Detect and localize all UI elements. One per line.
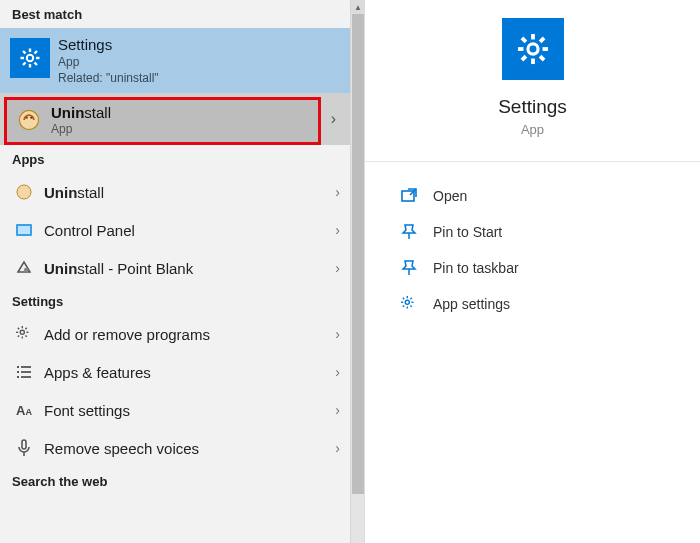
svg-point-12 bbox=[17, 185, 31, 199]
svg-line-22 bbox=[25, 335, 26, 336]
setting-add-remove-programs[interactable]: Add or remove programs › bbox=[0, 315, 350, 353]
svg-line-42 bbox=[403, 305, 404, 306]
apps-header: Apps bbox=[0, 145, 364, 173]
settings-header: Settings bbox=[0, 287, 364, 315]
uninstall-sub: App bbox=[51, 122, 111, 136]
uninstall-icon bbox=[17, 108, 41, 132]
svg-line-34 bbox=[410, 189, 416, 195]
uninstall-highlight-box: Uninstall App bbox=[4, 97, 321, 145]
chevron-right-icon[interactable]: › bbox=[335, 364, 340, 380]
open-icon bbox=[399, 186, 419, 206]
scroll-up-icon[interactable]: ▲ bbox=[351, 0, 365, 14]
scrollbar-thumb[interactable] bbox=[352, 14, 364, 494]
svg-point-9 bbox=[19, 110, 38, 129]
svg-point-11 bbox=[30, 116, 32, 118]
settings-gear-icon bbox=[502, 18, 564, 80]
app-item-control-panel[interactable]: Control Panel › bbox=[0, 211, 350, 249]
svg-line-21 bbox=[18, 328, 19, 329]
search-web-header: Search the web bbox=[0, 467, 364, 495]
setting-font-settings[interactable]: AA Font settings › bbox=[0, 391, 350, 429]
svg-rect-14 bbox=[18, 226, 30, 234]
chevron-right-icon[interactable]: › bbox=[335, 402, 340, 418]
svg-point-15 bbox=[24, 268, 28, 272]
control-panel-icon bbox=[14, 220, 34, 240]
app-item-uninstall-point-blank[interactable]: Uninstall - Point Blank › bbox=[0, 249, 350, 287]
best-match-title: Settings bbox=[58, 36, 159, 53]
chevron-right-icon[interactable]: › bbox=[335, 184, 340, 200]
svg-line-43 bbox=[410, 298, 411, 299]
font-icon: AA bbox=[14, 400, 34, 420]
chevron-right-icon[interactable]: › bbox=[335, 260, 340, 276]
uninstall-pb-icon bbox=[14, 258, 34, 278]
svg-point-10 bbox=[25, 116, 27, 118]
best-match-sub: App bbox=[58, 55, 159, 69]
svg-point-16 bbox=[20, 330, 24, 334]
uninstall-result-row[interactable]: Uninstall App › bbox=[0, 93, 350, 145]
chevron-right-icon[interactable]: › bbox=[335, 440, 340, 456]
settings-gear-icon bbox=[10, 38, 50, 78]
action-pin-to-taskbar[interactable]: Pin to taskbar bbox=[399, 250, 680, 286]
pin-icon bbox=[399, 222, 419, 242]
list-icon bbox=[14, 362, 34, 382]
setting-apps-features[interactable]: Apps & features › bbox=[0, 353, 350, 391]
svg-point-35 bbox=[405, 300, 409, 304]
chevron-right-icon[interactable]: › bbox=[335, 326, 340, 342]
gear-icon bbox=[14, 324, 34, 344]
action-app-settings[interactable]: App settings bbox=[399, 286, 680, 322]
detail-pane: Settings App Open Pin to Start Pin to bbox=[365, 0, 700, 543]
svg-line-40 bbox=[403, 298, 404, 299]
best-match-settings[interactable]: Settings App Related: "uninstall" bbox=[0, 28, 364, 93]
best-match-header: Best match bbox=[0, 0, 364, 28]
gear-icon bbox=[399, 294, 419, 314]
pin-icon bbox=[399, 258, 419, 278]
best-match-related: Related: "uninstall" bbox=[58, 71, 159, 85]
search-results-pane: Best match Settings App Related: "uninst… bbox=[0, 0, 365, 543]
svg-rect-31 bbox=[22, 440, 26, 449]
svg-line-24 bbox=[25, 328, 26, 329]
detail-title: Settings bbox=[498, 96, 567, 118]
chevron-right-icon[interactable]: › bbox=[331, 110, 336, 128]
setting-remove-speech-voices[interactable]: Remove speech voices › bbox=[0, 429, 350, 467]
uninstall-small-icon bbox=[14, 182, 34, 202]
uninstall-title: Uninstall bbox=[51, 104, 111, 121]
detail-sub: App bbox=[521, 122, 544, 137]
svg-line-41 bbox=[410, 305, 411, 306]
action-open[interactable]: Open bbox=[399, 178, 680, 214]
action-pin-to-start[interactable]: Pin to Start bbox=[399, 214, 680, 250]
svg-line-23 bbox=[18, 335, 19, 336]
chevron-right-icon[interactable]: › bbox=[335, 222, 340, 238]
scrollbar[interactable]: ▲ bbox=[350, 0, 364, 543]
microphone-icon bbox=[14, 438, 34, 458]
app-item-uninstall[interactable]: Uninstall › bbox=[0, 173, 350, 211]
